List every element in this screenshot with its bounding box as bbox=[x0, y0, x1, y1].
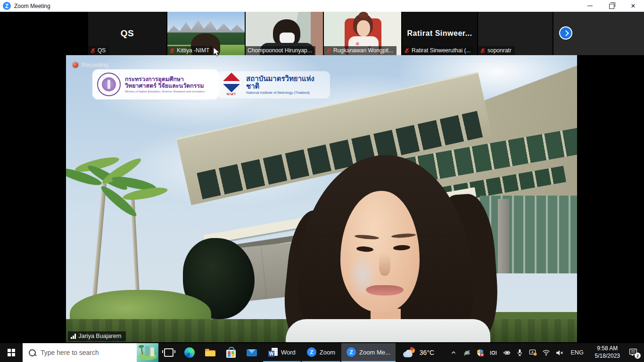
start-button[interactable] bbox=[0, 343, 23, 362]
window-title: Zoom Meeting bbox=[14, 3, 50, 9]
restore-button[interactable] bbox=[601, 0, 622, 12]
nimt-diamond-icon bbox=[220, 71, 243, 93]
minimize-button[interactable] bbox=[579, 0, 601, 12]
speaker-lips bbox=[366, 285, 404, 296]
mail-icon bbox=[247, 349, 257, 356]
word-label: Word bbox=[281, 349, 296, 356]
mhesi-thai-line2: วิทยาศาสตร์ วิจัยและนวัตกรรม bbox=[125, 82, 205, 89]
participant-tile-chompoonoot[interactable]: Chompoonoot Hirunyap... bbox=[246, 12, 323, 55]
language-indicator[interactable]: ENG bbox=[569, 349, 586, 356]
zoom-meeting-icon: Z bbox=[347, 347, 356, 357]
task-view-button[interactable] bbox=[158, 343, 179, 362]
store-taskbar-button[interactable] bbox=[221, 343, 241, 362]
participant-tile-kittiya[interactable]: Kittiya -NIMT bbox=[167, 12, 245, 55]
word-taskbar-button[interactable]: W Word bbox=[263, 343, 301, 362]
nimt-logo: NIMT สถาบันมาตรวิทยาแห่งชาติ National In… bbox=[218, 71, 330, 99]
nimt-english-line: National Institute of Metrology (Thailan… bbox=[246, 90, 326, 95]
zoom-label: Zoom bbox=[320, 349, 335, 356]
participant-name-label: Rugkanawan Wongpit... bbox=[324, 46, 396, 55]
search-placeholder: Type here to search bbox=[41, 349, 99, 356]
muted-mic-icon bbox=[480, 48, 486, 54]
wifi-icon[interactable] bbox=[542, 349, 550, 357]
participant-tile-rugkanawan[interactable]: Rugkanawan Wongpit... bbox=[324, 12, 401, 55]
file-explorer-icon bbox=[205, 349, 215, 356]
zoom-taskbar-button[interactable]: Z Zoom bbox=[302, 343, 340, 362]
taskbar-clock[interactable]: 9:58 AM 5/18/2023 bbox=[591, 345, 624, 360]
audio-level-icon bbox=[71, 334, 76, 339]
taskbar-search[interactable]: Type here to search bbox=[23, 343, 158, 362]
main-speaker-video: Recording กระทรวงการอุดมศึกษา วิทยาศาสตร… bbox=[66, 55, 577, 342]
participant-name-label: Chompoonoot Hirunyap... bbox=[246, 46, 315, 55]
tray-chevron-up-icon[interactable] bbox=[450, 349, 458, 357]
speaker-name-label: Jariya Buajarern bbox=[68, 331, 126, 341]
system-tray: ENG 9:58 AM 5/18/2023 2 bbox=[446, 343, 644, 362]
speaker-name: Jariya Buajarern bbox=[79, 333, 122, 339]
windows-taskbar: Type here to search W Word Z Zoom Z Zoom… bbox=[0, 343, 644, 362]
word-icon: W bbox=[268, 347, 278, 357]
restore-icon bbox=[609, 4, 614, 9]
zoom-meeting-taskbar-button[interactable]: Z Zoom Me... bbox=[341, 343, 396, 362]
store-icon bbox=[226, 350, 236, 358]
participant-filmstrip: QS QS Kittiya -NIMT Chompoonoot Hirunyap… bbox=[0, 12, 644, 55]
muted-mic-icon bbox=[404, 48, 410, 54]
mhesi-thai-line1: กระทรวงการอุดมศึกษา bbox=[125, 76, 205, 82]
camera-in-use-icon[interactable] bbox=[489, 349, 497, 357]
close-icon: ✕ bbox=[631, 2, 636, 9]
mhesi-emblem-icon bbox=[97, 73, 121, 96]
muted-mic-icon bbox=[326, 48, 331, 54]
mail-taskbar-button[interactable] bbox=[241, 343, 262, 362]
next-participants-button[interactable] bbox=[559, 26, 572, 40]
zoom-meeting-label: Zoom Me... bbox=[359, 349, 390, 356]
search-highlight-image[interactable] bbox=[137, 343, 158, 362]
windows-logo-icon bbox=[8, 349, 15, 356]
building-column bbox=[498, 199, 509, 273]
speaker-shirt bbox=[286, 319, 490, 342]
recording-label: Recording bbox=[82, 62, 108, 68]
edge-icon bbox=[184, 347, 195, 358]
volume-muted-icon[interactable] bbox=[555, 349, 563, 357]
participant-tile-ratirat[interactable]: Ratirat Sinweer... Ratirat Sinweeruthai … bbox=[402, 12, 477, 55]
participant-tile-qs[interactable]: QS QS bbox=[88, 12, 166, 55]
notification-badge: 2 bbox=[635, 353, 641, 359]
task-view-icon bbox=[164, 348, 173, 357]
participant-name-label: soponratr bbox=[478, 46, 515, 55]
muted-mic-icon bbox=[169, 48, 175, 54]
edge-taskbar-button[interactable] bbox=[179, 343, 200, 362]
taskbar-weather[interactable]: 36°C bbox=[403, 343, 434, 362]
participant-tile-soponratr[interactable]: soponratr bbox=[478, 12, 553, 55]
clock-time: 9:58 AM bbox=[595, 345, 620, 353]
screen-share-icon[interactable] bbox=[529, 349, 537, 357]
minimize-icon bbox=[587, 6, 593, 6]
participant-name-label: Kittiya -NIMT bbox=[167, 46, 213, 55]
mhesi-english-line: Ministry of Higher Education, Science, R… bbox=[125, 90, 205, 93]
clock-date: 5/18/2023 bbox=[595, 353, 620, 360]
close-button[interactable]: ✕ bbox=[622, 0, 644, 12]
mhesi-logo: กระทรวงการอุดมศึกษา วิทยาศาสตร์ วิจัยและ… bbox=[92, 69, 219, 99]
recording-indicator: Recording bbox=[73, 62, 108, 68]
window-titlebar: Z Zoom Meeting ✕ bbox=[0, 0, 644, 12]
action-center-button[interactable]: 2 bbox=[629, 348, 638, 357]
zoom-icon: Z bbox=[307, 347, 316, 357]
speaker-nose bbox=[379, 253, 390, 276]
mouse-cursor bbox=[213, 47, 220, 57]
power-battery-icon[interactable] bbox=[503, 349, 511, 357]
recording-dot-icon bbox=[73, 62, 78, 68]
file-explorer-taskbar-button[interactable] bbox=[200, 343, 221, 362]
windows-security-icon[interactable] bbox=[476, 349, 484, 357]
participant-name-label: Ratirat Sinweeruthai (... bbox=[402, 46, 474, 55]
onedrive-paused-icon[interactable] bbox=[463, 349, 471, 357]
search-icon bbox=[29, 349, 36, 356]
weather-temperature: 36°C bbox=[420, 349, 434, 356]
weather-cloud-icon bbox=[403, 348, 416, 357]
muted-mic-icon bbox=[90, 48, 96, 54]
microphone-tray-icon[interactable] bbox=[516, 349, 524, 357]
participant-name-label: QS bbox=[88, 46, 109, 55]
zoom-app-icon: Z bbox=[3, 2, 11, 10]
nimt-thai-line: สถาบันมาตรวิทยาแห่งชาติ bbox=[246, 75, 326, 90]
